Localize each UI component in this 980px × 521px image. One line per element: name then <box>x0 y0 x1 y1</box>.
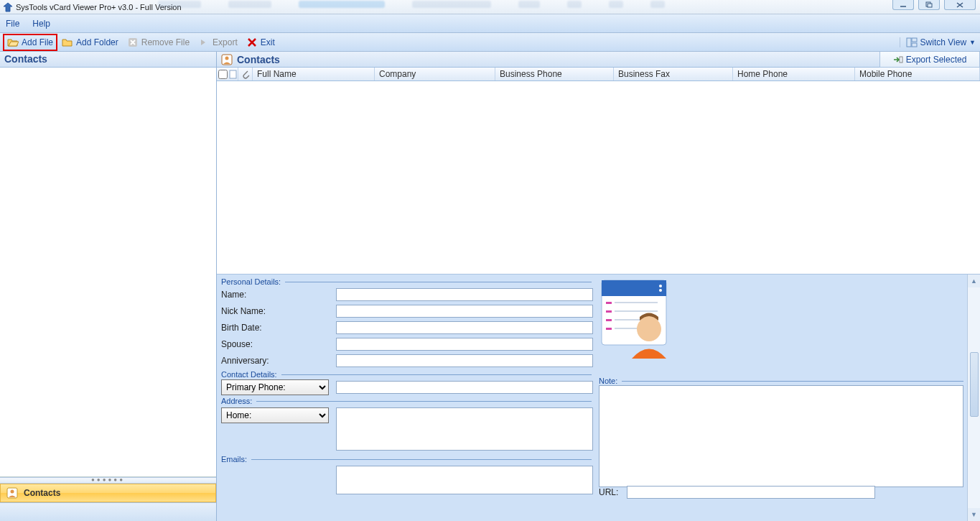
column-business-phone[interactable]: Business Phone <box>495 68 614 80</box>
folder-tree[interactable] <box>0 68 216 477</box>
legend-emails: Emails: <box>221 455 592 464</box>
column-full-name[interactable]: Full Name <box>253 68 375 80</box>
svg-rect-6 <box>912 43 917 47</box>
svg-rect-5 <box>912 38 917 42</box>
svg-rect-19 <box>606 319 612 321</box>
legend-note: Note: <box>599 377 963 385</box>
svg-rect-14 <box>602 280 666 296</box>
right-pane-header: Contacts <box>217 52 879 68</box>
exit-button[interactable]: Exit <box>242 35 279 50</box>
exit-label: Exit <box>261 37 275 47</box>
maximize-button[interactable] <box>918 0 940 10</box>
nav-footer <box>0 502 216 521</box>
titlebar: SysTools vCard Viewer Pro+ v3.0 - Full V… <box>0 0 980 14</box>
export-selected-icon <box>893 55 903 64</box>
column-business-fax[interactable]: Business Fax <box>614 68 733 80</box>
doc-icon <box>229 70 237 79</box>
input-url[interactable] <box>627 486 875 499</box>
paperclip-icon <box>241 69 250 79</box>
left-pane: Contacts ●●●●●● Contacts <box>0 52 217 521</box>
remove-file-label: Remove File <box>141 37 190 47</box>
svg-point-8 <box>11 490 14 494</box>
svg-rect-18 <box>606 310 612 313</box>
export-icon <box>198 37 210 48</box>
legend-address: Address: <box>221 397 592 405</box>
svg-point-16 <box>659 289 662 292</box>
export-label: Export <box>213 37 238 47</box>
svg-rect-20 <box>606 328 612 330</box>
svg-rect-12 <box>230 70 236 78</box>
svg-rect-11 <box>900 57 902 63</box>
add-folder-button[interactable]: Add Folder <box>57 35 123 50</box>
export-selected-button[interactable]: Export Selected <box>879 52 980 68</box>
minimize-button[interactable] <box>892 0 914 10</box>
input-name[interactable] <box>336 288 593 301</box>
label-url: URL: <box>599 487 618 497</box>
label-anniversary: Anniversary: <box>221 356 329 366</box>
input-primary-phone[interactable] <box>336 381 593 394</box>
contacts-header-icon <box>221 54 233 65</box>
window-title: SysTools vCard Viewer Pro+ v3.0 - Full V… <box>16 3 182 11</box>
label-spouse: Spouse: <box>221 339 329 349</box>
export-selected-label: Export Selected <box>906 55 967 65</box>
toolbar: Add File Add Folder Remove File Export E… <box>0 33 980 52</box>
column-home-phone[interactable]: Home Phone <box>733 68 855 80</box>
svg-rect-17 <box>606 302 612 304</box>
label-birth-date: Birth Date: <box>221 323 329 333</box>
splitter-handle[interactable]: ●●●●●● <box>0 477 216 484</box>
svg-point-10 <box>225 56 229 60</box>
contacts-icon <box>6 487 18 499</box>
menubar: File Help <box>0 14 980 33</box>
input-nick-name[interactable] <box>336 305 593 318</box>
export-button[interactable]: Export <box>194 35 242 50</box>
svg-rect-21 <box>615 302 658 303</box>
add-folder-label: Add Folder <box>76 37 118 47</box>
close-button[interactable] <box>944 0 976 10</box>
app-icon <box>3 2 13 12</box>
details-pane: Personal Details: Name: Nick Name: Birth… <box>217 274 980 521</box>
titlebar-ghost-tabs <box>158 1 665 8</box>
legend-personal-details: Personal Details: <box>221 277 592 286</box>
remove-icon <box>127 37 139 48</box>
label-name: Name: <box>221 290 329 300</box>
remove-file-button[interactable]: Remove File <box>123 35 194 50</box>
details-scrollbar[interactable]: ▲ ▼ <box>967 275 980 521</box>
svg-rect-22 <box>615 310 658 312</box>
select-all-checkbox[interactable] <box>218 70 228 79</box>
combo-primary-phone[interactable]: Primary Phone: <box>221 379 329 395</box>
input-birth-date[interactable] <box>336 321 593 334</box>
switch-view-button[interactable]: Switch View ▼ <box>900 37 976 47</box>
grid-body[interactable] <box>217 81 980 274</box>
column-attachment[interactable] <box>238 68 253 80</box>
grid-header: Full Name Company Business Phone Busines… <box>217 68 980 81</box>
add-file-button[interactable]: Add File <box>3 34 57 51</box>
left-pane-header: Contacts <box>0 52 216 68</box>
nav-contacts-button[interactable]: Contacts <box>0 484 216 502</box>
column-mobile-phone[interactable]: Mobile Phone <box>855 68 980 80</box>
scroll-down-icon[interactable]: ▼ <box>968 508 980 521</box>
right-pane: Contacts Export Selected Full Name Compa… <box>217 52 980 521</box>
scroll-thumb[interactable] <box>970 352 979 417</box>
column-checkbox[interactable] <box>217 68 238 80</box>
textarea-address[interactable] <box>336 407 593 451</box>
column-company[interactable]: Company <box>375 68 495 80</box>
svg-point-15 <box>659 285 662 287</box>
scroll-up-icon[interactable]: ▲ <box>968 275 980 287</box>
add-file-label: Add File <box>22 37 53 47</box>
combo-address-type[interactable]: Home: <box>221 407 329 423</box>
menu-help[interactable]: Help <box>32 19 50 29</box>
chevron-down-icon: ▼ <box>969 39 976 46</box>
input-spouse[interactable] <box>336 338 593 351</box>
right-header-title: Contacts <box>237 54 280 65</box>
textarea-note[interactable] <box>599 385 963 487</box>
textarea-emails[interactable] <box>336 466 593 494</box>
contact-card-icon <box>599 277 670 359</box>
folder-icon <box>62 37 73 48</box>
folder-open-icon <box>7 37 19 48</box>
exit-icon <box>246 37 258 48</box>
menu-file[interactable]: File <box>6 19 19 29</box>
legend-contact-details: Contact Details: <box>221 370 592 379</box>
label-nick-name: Nick Name: <box>221 306 329 316</box>
switch-view-label: Switch View <box>920 37 966 47</box>
input-anniversary[interactable] <box>336 354 593 367</box>
